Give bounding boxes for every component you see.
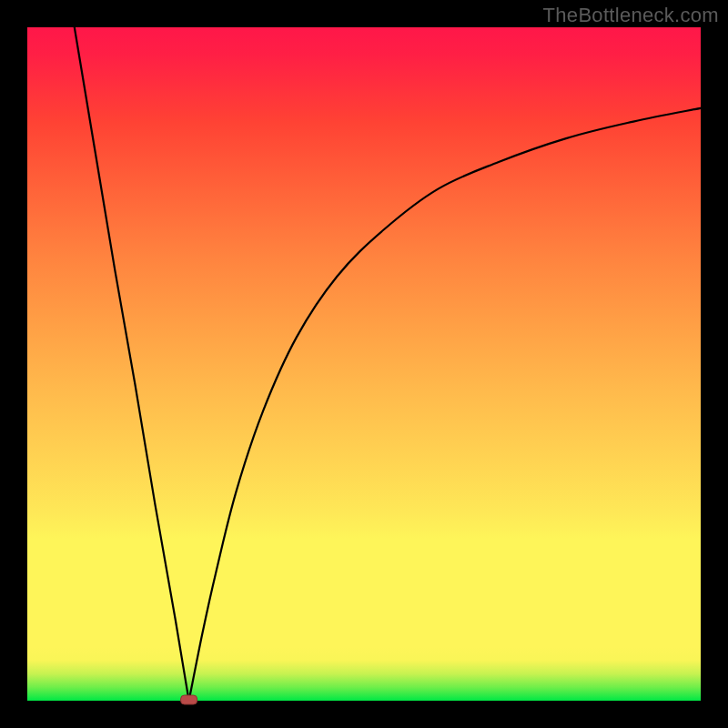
watermark-text: TheBottleneck.com xyxy=(543,4,719,27)
plot-area xyxy=(27,27,701,701)
chart-svg xyxy=(27,27,701,701)
curve-right-branch xyxy=(189,108,701,701)
optimum-marker xyxy=(181,695,197,704)
chart-frame: TheBottleneck.com xyxy=(0,0,728,728)
curve-left-branch xyxy=(75,27,189,701)
